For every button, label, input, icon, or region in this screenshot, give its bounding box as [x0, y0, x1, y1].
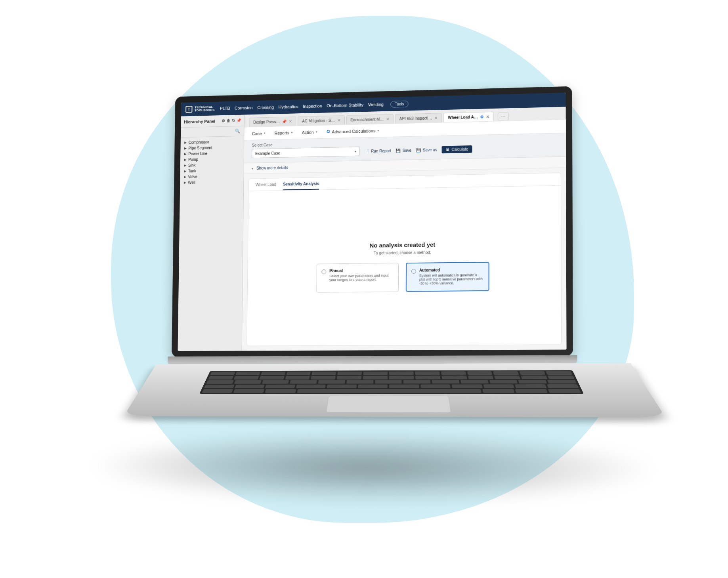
nav-inspection[interactable]: Inspection [303, 103, 322, 109]
caret-right-icon: ▶ [184, 152, 187, 156]
analysis-panel: Wheel Load Sensitivity Analysis No analy… [246, 173, 562, 346]
tab-label: API-653 Inspecti… [399, 116, 432, 121]
nav-welding[interactable]: Welding [368, 102, 384, 107]
btn-label: Run Report [371, 149, 391, 153]
save-as-button[interactable]: 💾Save as [416, 147, 437, 152]
logo-text: TECHNICAL TOOLBOXES [195, 105, 215, 112]
run-report-button[interactable]: 📄Run Report [365, 149, 391, 153]
laptop-keyboard [199, 370, 584, 394]
app-screen: T TECHNICAL TOOLBOXES PLTB Corrosion Cro… [178, 93, 566, 351]
sidebar-header: Hierarchy Panel ⚙ 🗑 ↻ 📌 [181, 115, 244, 128]
menu-label: Case [252, 131, 262, 136]
chevron-down-icon: ▾ [355, 150, 356, 153]
menu-label: Reports [274, 130, 289, 135]
case-select[interactable]: Example Case ▾ [252, 147, 360, 158]
caret-right-icon: ▶ [184, 181, 186, 185]
search-icon[interactable]: 🔍 [235, 129, 241, 134]
save-as-icon: 💾 [416, 148, 421, 152]
tab-wheel-load-inner[interactable]: Wheel Load [256, 182, 276, 191]
menu-label: Advanced Calculations [332, 128, 375, 134]
method-manual-card[interactable]: Manual Select your own parameters and in… [316, 263, 399, 292]
save-button[interactable]: 💾Save [396, 148, 411, 153]
tools-button[interactable]: Tools [391, 100, 409, 107]
radio-icon [321, 269, 326, 274]
tree-label: Sink [188, 163, 196, 168]
close-icon[interactable]: ✕ [434, 116, 438, 120]
tree-label: Well [188, 180, 195, 185]
nav-corrosion[interactable]: Corrosion [235, 105, 253, 111]
menu-action[interactable]: Action▾ [302, 130, 317, 135]
gear-icon[interactable]: ⚙ [222, 118, 225, 123]
pin-icon[interactable]: 📌 [237, 118, 241, 122]
tree-label: Pipe Segment [188, 146, 212, 151]
close-icon[interactable]: ✕ [337, 118, 340, 122]
sidebar-search-row: 🔍 [181, 126, 244, 138]
tab-label: Design Press… [253, 120, 280, 124]
tree-label: Power Line [188, 151, 207, 156]
brand-line2: TOOLBOXES [195, 109, 214, 112]
refresh-icon[interactable]: ↻ [232, 118, 235, 123]
caret-right-icon: ▶ [184, 147, 187, 150]
laptop-deck [124, 363, 665, 418]
tree-item-well[interactable]: ▶Well [182, 179, 242, 185]
brand-logo: T TECHNICAL TOOLBOXES [185, 105, 214, 113]
tab-label: Wheel Load A… [448, 115, 478, 120]
nav-hydraulics[interactable]: Hydraulics [279, 104, 298, 109]
tree-label: Valve [188, 175, 197, 179]
pin-icon: 📌 [282, 119, 287, 124]
btn-label: Save as [423, 147, 437, 152]
report-icon: 📄 [365, 149, 369, 153]
tab-label: AC Mitigation - S… [302, 118, 335, 124]
tab-label: Encroachment M… [350, 117, 384, 122]
close-icon[interactable]: ✕ [289, 119, 292, 124]
laptop-mockup: T TECHNICAL TOOLBOXES PLTB Corrosion Cro… [155, 86, 590, 469]
menu-case[interactable]: Case▾ [252, 131, 266, 135]
empty-state: No analysis created yet To get started, … [247, 186, 561, 346]
tabs-overflow-button[interactable]: ⋯ [498, 112, 509, 120]
nav-pltb[interactable]: PLTB [220, 106, 230, 111]
nav-stability[interactable]: On-Bottom Stability [327, 103, 363, 108]
app-body: Hierarchy Panel ⚙ 🗑 ↻ 📌 🔍 ▶Compressor [178, 107, 566, 351]
btn-label: Calculate [452, 147, 468, 152]
chevron-down-icon: ▾ [264, 132, 265, 135]
method-desc: System will automatically generate a plo… [419, 273, 483, 285]
trash-icon[interactable]: 🗑 [227, 118, 231, 123]
method-choice-row: Manual Select your own parameters and in… [316, 261, 489, 292]
hierarchy-tree: ▶Compressor ▶Pipe Segment ▶Power Line ▶P… [180, 136, 244, 188]
chevron-down-icon: ▾ [315, 130, 317, 134]
method-text: Automated System will automatically gene… [419, 267, 484, 285]
chevron-down-icon: ▾ [252, 167, 253, 170]
empty-title: No analysis created yet [370, 241, 436, 248]
caret-right-icon: ▶ [184, 170, 186, 173]
tab-wheel-load[interactable]: Wheel Load A…⚙✕ [443, 112, 494, 122]
case-select-value: Example Case [255, 151, 280, 156]
method-text: Manual Select your own parameters and in… [329, 268, 394, 286]
laptop-hinge [168, 355, 577, 364]
save-icon: 💾 [396, 148, 401, 153]
laptop-shadow [86, 431, 660, 507]
close-icon[interactable]: ✕ [386, 117, 389, 121]
caret-right-icon: ▶ [184, 164, 186, 167]
caret-right-icon: ▶ [184, 175, 186, 179]
method-title: Manual [329, 268, 394, 273]
sidebar-tool-icons: ⚙ 🗑 ↻ 📌 [222, 118, 241, 123]
nav-crossing[interactable]: Crossing [257, 105, 274, 110]
tree-label: Tank [188, 169, 196, 173]
hierarchy-sidebar: Hierarchy Panel ⚙ 🗑 ↻ 📌 🔍 ▶Compressor [178, 115, 245, 351]
close-icon[interactable]: ✕ [486, 114, 489, 119]
main-panel: Design Press…📌✕ AC Mitigation - S…✕ Encr… [242, 107, 567, 351]
primary-nav: PLTB Corrosion Crossing Hydraulics Inspe… [220, 102, 384, 111]
tab-ac-mitigation[interactable]: AC Mitigation - S…✕ [298, 115, 345, 126]
tree-label: Pump [188, 157, 198, 162]
menu-advanced-calc[interactable]: ✪Advanced Calculations▾ [327, 128, 379, 134]
menu-reports[interactable]: Reports▾ [274, 130, 292, 135]
tab-api-653[interactable]: API-653 Inspecti…✕ [395, 113, 442, 123]
chevron-down-icon: ▾ [377, 129, 379, 132]
tab-design-press[interactable]: Design Press…📌✕ [249, 116, 296, 127]
method-automated-card[interactable]: Automated System will automatically gene… [406, 261, 489, 292]
sidebar-title: Hierarchy Panel [184, 119, 215, 124]
calculate-button[interactable]: 🖩Calculate [442, 145, 472, 153]
tab-sensitivity-analysis[interactable]: Sensitivity Analysis [283, 181, 319, 190]
tab-encroachment[interactable]: Encroachment M…✕ [346, 114, 394, 124]
btn-label: Save [402, 148, 411, 153]
